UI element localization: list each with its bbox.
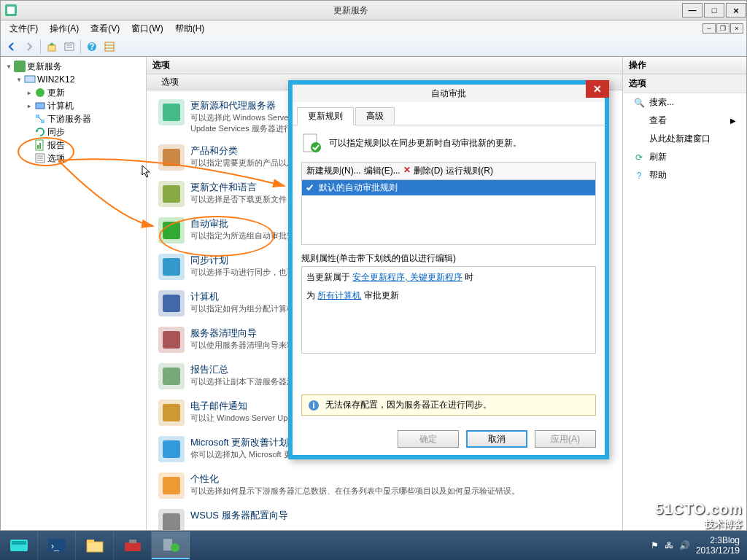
svg-rect-59: [125, 542, 141, 551]
system-tray[interactable]: ⚑ 🖧 🔊 2:3Blog 2013/12/19: [651, 535, 747, 556]
svg-point-62: [171, 543, 179, 552]
option-item[interactable]: 个性化可以选择如何显示下游服务器汇总数据、在任务列表中显示哪些项目以及如何显示验…: [147, 470, 622, 506]
dialog-close-button[interactable]: ✕: [586, 80, 609, 98]
computers-icon: [34, 100, 46, 112]
action-view[interactable]: 查看▶: [623, 112, 746, 130]
new-rule-button[interactable]: 新建规则(N)...: [306, 165, 361, 177]
maximize-button[interactable]: □: [704, 3, 724, 18]
tray-volume-icon[interactable]: 🔊: [679, 540, 690, 551]
option-icon: [158, 144, 185, 171]
svg-rect-54: [12, 541, 26, 545]
props-link-classification[interactable]: 安全更新程序, 关键更新程序: [352, 272, 462, 282]
delete-icon: ✕: [403, 165, 411, 177]
tab-update-rules[interactable]: 更新规则: [297, 107, 354, 125]
action-help[interactable]: ?帮助: [623, 166, 746, 184]
tree-item-label: 选项: [47, 152, 65, 165]
tool-properties-button[interactable]: [61, 39, 77, 55]
rule-checkbox[interactable]: [305, 183, 314, 192]
tree-server[interactable]: ▾WIN2K12: [4, 73, 143, 86]
menu-action[interactable]: 操作(A): [44, 21, 85, 36]
tree-item-computer[interactable]: ▸计算机: [4, 99, 143, 112]
edit-rule-button[interactable]: 编辑(E)...: [364, 165, 400, 177]
menu-window[interactable]: 窗口(W): [125, 21, 169, 36]
auto-approve-dialog: 自动审批 ✕ 更新规则 高级 可以指定规则以在同步更新时自动审批新的更新。 新建…: [288, 80, 609, 459]
toolbar: ?: [0, 36, 747, 57]
svg-rect-28: [163, 149, 180, 166]
task-server-manager[interactable]: [0, 532, 38, 559]
option-desc: 可以选择如何显示下游服务器汇总数据、在任务列表中显示哪些项目以及如何显示验证错误…: [190, 486, 519, 497]
action-search[interactable]: 🔍搜索...: [623, 93, 746, 112]
ok-button[interactable]: 确定: [398, 430, 459, 448]
report-icon: [34, 139, 46, 151]
computer-icon: [24, 74, 36, 85]
tool-up-button[interactable]: [44, 39, 60, 55]
menu-file[interactable]: 文件(F): [4, 21, 44, 36]
tree-item-sync[interactable]: 同步: [4, 125, 143, 139]
svg-rect-12: [25, 76, 35, 82]
svg-text:i: i: [312, 400, 314, 411]
option-icon: [158, 290, 185, 316]
dialog-info-text: 可以指定规则以在同步更新时自动审批新的更新。: [329, 137, 522, 149]
task-explorer[interactable]: [76, 532, 114, 559]
svg-rect-60: [129, 540, 136, 543]
mdi-close[interactable]: ×: [730, 23, 743, 34]
tree-item-options[interactable]: 选项: [4, 152, 143, 165]
menu-help[interactable]: 帮助(H): [169, 21, 211, 36]
svg-rect-57: [87, 542, 103, 552]
warning-banner: i 无法保存配置，因为服务器正在进行同步。: [301, 394, 596, 416]
task-toolbox[interactable]: [114, 532, 152, 559]
task-wsus[interactable]: [152, 532, 190, 559]
server-icon: [14, 61, 26, 72]
delete-rule-button[interactable]: 删除(D): [414, 165, 444, 177]
nav-back-button[interactable]: [4, 39, 20, 55]
update-icon: [34, 87, 46, 98]
tree-item-label: 更新: [47, 87, 65, 99]
minimize-button[interactable]: —: [682, 3, 703, 18]
task-powershell[interactable]: ›_: [38, 532, 76, 559]
dialog-title: 自动审批: [293, 88, 605, 100]
menu-view[interactable]: 查看(V): [85, 21, 125, 36]
tool-help-button[interactable]: ?: [84, 39, 100, 55]
action-new-window[interactable]: 从此处新建窗口: [623, 130, 746, 148]
option-icon: [158, 363, 185, 389]
svg-rect-44: [163, 440, 180, 458]
options-icon: [34, 152, 46, 164]
svg-rect-36: [163, 295, 180, 312]
action-refresh[interactable]: ⟳刷新: [623, 148, 746, 166]
option-icon: [158, 99, 185, 125]
apply-button[interactable]: 应用(A): [535, 430, 596, 448]
tray-network-icon[interactable]: 🖧: [665, 540, 673, 551]
warning-text: 无法保存配置，因为服务器正在进行同步。: [325, 399, 492, 411]
tool-grid-button[interactable]: [101, 39, 117, 55]
rules-list[interactable]: 默认的自动审批规则: [301, 179, 596, 245]
tab-advanced[interactable]: 高级: [355, 107, 395, 125]
rule-row[interactable]: 默认的自动审批规则: [302, 180, 595, 195]
close-button[interactable]: ×: [726, 3, 746, 18]
tray-date: 2013/12/19: [696, 545, 740, 556]
document-check-icon: [301, 133, 322, 153]
svg-rect-19: [37, 145, 39, 149]
run-rule-button[interactable]: 运行规则(R): [446, 165, 493, 177]
tray-flag-icon[interactable]: ⚑: [651, 540, 659, 551]
menubar: 文件(F) 操作(A) 查看(V) 窗口(W) 帮助(H) – ❐ ×: [0, 20, 747, 36]
mdi-restore[interactable]: ❐: [716, 23, 729, 34]
tree-item-update[interactable]: ▸更新: [4, 86, 143, 99]
tree-item-label: 计算机: [47, 100, 74, 112]
action-label: 帮助: [649, 169, 667, 182]
svg-rect-5: [66, 47, 72, 48]
tree-item-report[interactable]: 报告: [4, 139, 143, 152]
option-item[interactable]: WSUS 服务器配置向导: [147, 506, 622, 530]
mdi-minimize[interactable]: –: [703, 23, 716, 34]
actions-panel: 操作 选项 🔍搜索... 查看▶ 从此处新建窗口 ⟳刷新 ?帮助: [622, 57, 746, 530]
props-link-target[interactable]: 所有计算机: [317, 290, 361, 300]
tree-item-downstream[interactable]: 下游服务器: [4, 112, 143, 125]
cancel-button[interactable]: 取消: [466, 430, 527, 448]
svg-rect-40: [163, 368, 180, 385]
props-text: 审批更新: [364, 290, 399, 300]
watermark-line2: 技术博客: [655, 518, 743, 531]
tree-root[interactable]: ▾更新服务: [4, 60, 143, 73]
sync-icon: [34, 126, 46, 138]
option-title: 个性化: [190, 472, 519, 486]
cursor-icon: [142, 165, 152, 178]
nav-forward-button[interactable]: [21, 39, 37, 55]
